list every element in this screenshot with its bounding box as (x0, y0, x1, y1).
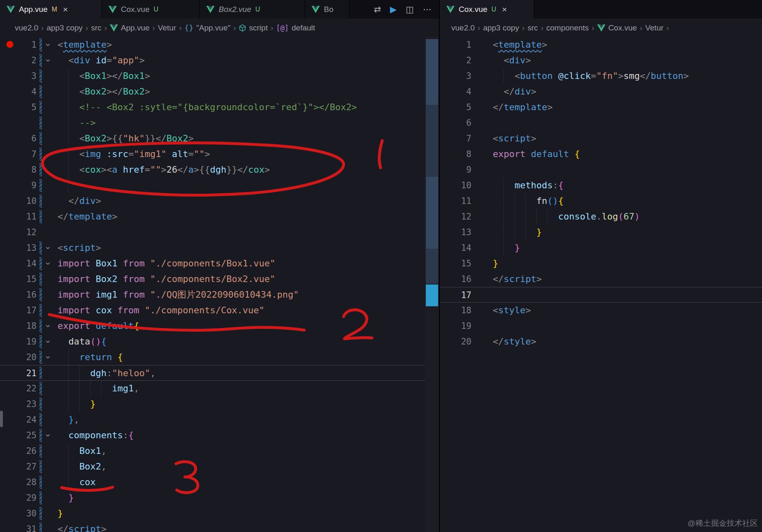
code-line-13[interactable]: 13›<script> (0, 240, 425, 256)
left-edge-scrollbar[interactable] (0, 411, 3, 427)
code-line-24[interactable]: 24 }, (0, 412, 425, 428)
close-icon[interactable]: × (63, 5, 68, 14)
code-text: }, (58, 412, 79, 428)
breadcrumb-item--app-vue-[interactable]: {}"App.vue" (185, 23, 231, 32)
code-line-20[interactable]: 20› return { (0, 349, 425, 365)
code-line-16[interactable]: 16import img1 from "./QQ图片20220906010434… (0, 287, 425, 303)
fold-chevron-icon[interactable]: › (40, 55, 56, 66)
code-line-10[interactable]: 10 methods:{ (440, 178, 762, 193)
code-line-17[interactable]: 17 (440, 287, 762, 303)
breadcrumb-label: src (527, 23, 538, 32)
editor-pane-left[interactable]: 1›<template>2› <div id="app">3 <Box1></B… (0, 37, 439, 532)
breadcrumb-item-app3-copy[interactable]: app3 copy (483, 23, 519, 32)
fold-chevron-icon[interactable]: › (40, 352, 56, 363)
code-line-30[interactable]: 30} (0, 506, 425, 521)
code-line-15[interactable]: 15} (440, 256, 762, 271)
breadcrumb-separator-icon: › (663, 23, 672, 32)
line-number: 3 (0, 68, 37, 84)
compare-changes-icon[interactable]: ⇄ (374, 5, 381, 14)
split-editor-icon[interactable]: ◫ (406, 5, 414, 14)
breadcrumb-item-components[interactable]: components (546, 23, 589, 32)
code-line-22[interactable]: 22 img1, (0, 381, 425, 396)
code-line-20[interactable]: 20</style> (440, 334, 762, 349)
fold-chevron-icon[interactable]: › (40, 336, 56, 347)
code-line-12[interactable]: 12 (0, 224, 425, 240)
tab-label: Cox.vue (459, 5, 487, 14)
code-line-26[interactable]: 26 Box1, (0, 443, 425, 459)
tab-bo[interactable]: Bo (305, 0, 349, 19)
code-line-14[interactable]: 14 } (440, 240, 762, 256)
code-line-19[interactable]: 19 (440, 318, 762, 334)
breadcrumb-item-cox-vue[interactable]: Cox.vue (597, 23, 637, 32)
code-line-4[interactable]: 4 </div> (440, 84, 762, 99)
minimap-scrollbar[interactable] (425, 37, 439, 532)
code-line-1[interactable]: 1›<template> (0, 37, 425, 53)
code-line-31[interactable]: 31</script> (0, 521, 425, 532)
code-line-17[interactable]: 17import cox from "./components/Cox.vue" (0, 303, 425, 318)
close-icon[interactable]: × (502, 5, 507, 14)
breadcrumb-item-vue2-0[interactable]: vue2.0 (451, 23, 475, 32)
line-number: 11 (440, 193, 471, 209)
code-line-18[interactable]: 18›export default{ (0, 318, 425, 334)
code-line-6[interactable]: 6 <Box2>{{"hk"}}</Box2> (0, 131, 425, 146)
code-line-7[interactable]: 7 <img :src="img1" alt=""> (0, 146, 425, 162)
code-line-16[interactable]: 16</script> (440, 271, 762, 287)
fold-chevron-icon[interactable]: › (40, 321, 56, 331)
editor-group-divider[interactable] (439, 0, 440, 532)
code-line-2[interactable]: 2 <div> (440, 53, 762, 68)
code-line-6[interactable]: 6 (440, 115, 762, 131)
breadcrumb-item-src[interactable]: src (527, 23, 538, 32)
code-line-27[interactable]: 27 Box2, (0, 459, 425, 474)
breadcrumb-item-vetur[interactable]: Vetur (645, 23, 663, 32)
code-line-3[interactable]: 3 <Box1></Box1> (0, 68, 425, 84)
code-line-14[interactable]: 14›import Box1 from "./components/Box1.v… (0, 256, 425, 271)
editor-pane-right[interactable]: 1<template>2 <div>3 <button @click="fn">… (440, 37, 762, 532)
code-line-3[interactable]: 3 <button @click="fn">smg</button> (440, 68, 762, 84)
code-line-10[interactable]: 10 </div> (0, 193, 425, 209)
fold-chevron-icon[interactable]: › (40, 39, 56, 50)
code-line-19[interactable]: 19› data(){ (0, 334, 425, 349)
code-line-1[interactable]: 1<template> (440, 37, 762, 53)
code-line-23[interactable]: 23 } (0, 396, 425, 412)
code-line-9[interactable]: 9 (440, 162, 762, 178)
breadcrumb-item-vue2-0[interactable]: vue2.0 (15, 23, 38, 32)
fold-chevron-icon[interactable]: › (40, 258, 56, 269)
code-line-5[interactable]: 5</template> (440, 99, 762, 115)
code-text: Box1, (58, 443, 106, 459)
code-line-8[interactable]: 8export default { (440, 146, 762, 162)
run-icon[interactable]: ▶ (390, 5, 397, 14)
tab-cox-vue[interactable]: Cox.vueU× (440, 0, 534, 19)
code-line-4[interactable]: 4 <Box2></Box2> (0, 84, 425, 99)
git-modified-indicator (39, 132, 42, 145)
breadcrumb-item-app3-copy[interactable]: app3 copy (46, 23, 83, 32)
tab-cox-vue[interactable]: Cox.vueU (102, 0, 200, 19)
breadcrumb-item-src[interactable]: src (91, 23, 101, 32)
code-line-8[interactable]: 8 <cox><a href="">26</a>{{dgh}}</cox> (0, 162, 425, 178)
code-line-25[interactable]: 25› components:{ (0, 428, 425, 443)
code-line-11[interactable]: 11</template> (0, 209, 425, 224)
tab-app-vue[interactable]: App.vueM× (0, 0, 102, 19)
code-line-18[interactable]: 18<style> (440, 303, 762, 318)
code-line-15[interactable]: 15import Box2 from "./components/Box2.vu… (0, 271, 425, 287)
line-number: 28 (0, 474, 37, 490)
code-line-29[interactable]: 29 } (0, 490, 425, 506)
code-line-9[interactable]: 9 (0, 178, 425, 193)
code-line-13[interactable]: 13 } (440, 224, 762, 240)
code-line-wrap[interactable]: --> (0, 115, 425, 131)
tab-box2-vue[interactable]: Box2.vueU (200, 0, 305, 19)
code-line-2[interactable]: 2› <div id="app"> (0, 53, 425, 68)
fold-chevron-icon[interactable]: › (40, 243, 56, 253)
fold-chevron-icon[interactable]: › (40, 430, 56, 441)
code-line-11[interactable]: 11 fn(){ (440, 193, 762, 209)
more-actions-icon[interactable]: ⋯ (423, 5, 432, 14)
breadcrumb-item-script[interactable]: script (239, 23, 268, 32)
breadcrumb-item-app-vue[interactable]: App.vue (110, 23, 150, 32)
code-line-12[interactable]: 12 console.log(67) (440, 209, 762, 224)
code-line-5[interactable]: 5 <!-- <Box2 :sytle="{backgroundcolor=`r… (0, 99, 425, 115)
code-line-28[interactable]: 28 cox (0, 474, 425, 490)
breadcrumb-item-default[interactable]: [@]default (276, 23, 315, 32)
code-line-21[interactable]: 21 dgh:"heloo", (0, 365, 425, 381)
breadcrumb-item-vetur[interactable]: Vetur (158, 23, 176, 32)
breadcrumb-label: "App.vue" (196, 23, 231, 32)
code-line-7[interactable]: 7<script> (440, 131, 762, 146)
